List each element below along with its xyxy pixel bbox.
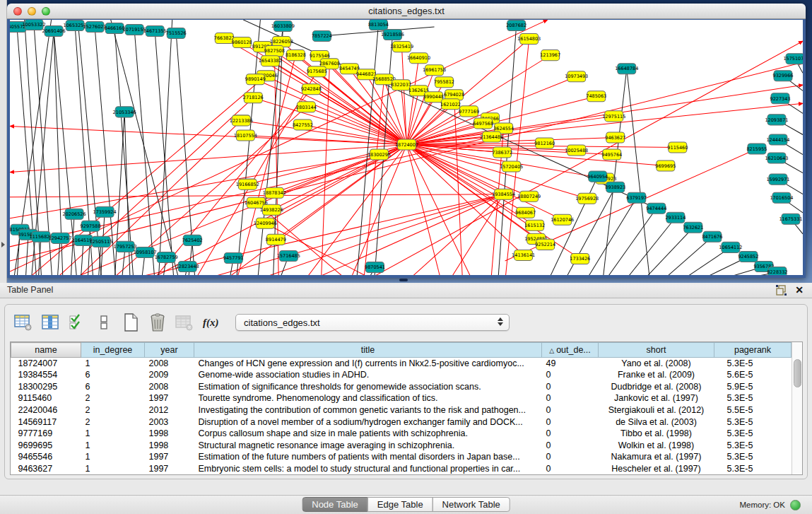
graph-node[interactable]: 21364486	[480, 132, 503, 142]
graph-node[interactable]: 19756928	[575, 193, 599, 204]
table-cell[interactable]: 0	[542, 428, 599, 440]
graph-node[interactable]: 9175685	[307, 66, 327, 77]
table-cell[interactable]: 5.3E-5	[714, 392, 792, 404]
show-columns-button[interactable]	[39, 312, 61, 333]
column-header-in-degree[interactable]: in_degree	[81, 343, 145, 358]
table-cell[interactable]: 6	[81, 369, 145, 381]
graph-node[interactable]: 8914479	[266, 234, 286, 245]
table-cell[interactable]: Stergiakouli et al. (2012)	[599, 404, 714, 416]
graph-edge[interactable]	[604, 209, 657, 275]
tab-network-table[interactable]: Network Table	[433, 497, 510, 512]
table-cell[interactable]: 0	[542, 392, 599, 404]
graph-edge[interactable]	[407, 70, 435, 144]
column-header-name[interactable]: name	[11, 343, 81, 358]
graph-edge[interactable]	[10, 194, 504, 197]
graph-node[interactable]: 9245852	[738, 251, 758, 262]
graph-node[interactable]: 18878342	[263, 187, 286, 198]
graph-node[interactable]: 9242848	[301, 84, 322, 95]
table-cell[interactable]: 2009	[145, 369, 194, 381]
graph-node[interactable]: 12942757	[49, 233, 72, 243]
new-table-button[interactable]	[119, 312, 141, 333]
graph-edge[interactable]	[307, 194, 503, 275]
table-cell[interactable]: 1997	[145, 451, 194, 463]
table-cell[interactable]: Structural magnetic resonance image aver…	[194, 439, 542, 451]
table-cell[interactable]: 2	[81, 416, 145, 428]
graph-node[interactable]: 18107554	[234, 130, 257, 141]
graph-node[interactable]: 16961758	[423, 65, 446, 76]
table-cell[interactable]: Corpus callosum shape and size in male p…	[194, 428, 542, 440]
table-row[interactable]: 1938455462009Genome-wide association stu…	[11, 369, 792, 381]
table-cell[interactable]: Hescheler et al. (1997)	[599, 462, 714, 474]
graph-node[interactable]: 15992971	[766, 174, 789, 185]
column-header-short[interactable]: short	[599, 343, 714, 358]
table-cell[interactable]: 2008	[145, 358, 194, 370]
table-cell[interactable]: 1997	[145, 392, 194, 404]
deselect-all-button[interactable]	[93, 312, 114, 333]
table-row[interactable]: 977716911998Corpus callosum shape and si…	[11, 428, 792, 440]
graph-edge[interactable]	[642, 228, 693, 275]
graph-node[interactable]: 2087682	[506, 21, 526, 31]
table-cell[interactable]: 1	[81, 462, 145, 474]
graph-edge[interactable]	[406, 194, 503, 275]
graph-node[interactable]: 20691406	[42, 26, 66, 37]
tab-edge-table[interactable]: Edge Table	[367, 497, 433, 512]
graph-node[interactable]: 8938923	[605, 182, 625, 192]
table-row[interactable]: 946554611997Estimation of the future num…	[11, 451, 792, 463]
graph-node[interactable]: 12444154	[766, 134, 789, 145]
table-cell[interactable]: 9699695	[11, 439, 81, 451]
graph-node[interactable]: 19384554	[492, 189, 515, 199]
table-cell[interactable]: 2	[81, 392, 145, 404]
graph-node[interactable]: 16648784	[615, 64, 638, 74]
table-cell[interactable]: 5.5E-5	[714, 404, 792, 416]
table-cell[interactable]: 1998	[145, 439, 194, 451]
graph-node[interactable]: 7386372	[492, 147, 512, 158]
table-cell[interactable]: Estimation of significance thresholds fo…	[194, 381, 542, 393]
table-cell[interactable]: Jankovic et al. (1997)	[599, 392, 714, 404]
table-cell[interactable]: 1	[81, 439, 145, 451]
window-titlebar[interactable]: citations_edges.txt	[7, 4, 806, 19]
table-selector-dropdown[interactable]: citations_edges.txt	[235, 314, 510, 331]
graph-node[interactable]: 1213967	[540, 50, 560, 61]
graph-edge[interactable]	[454, 95, 463, 275]
graph-node[interactable]: 7485063	[586, 91, 606, 102]
graph-edge[interactable]	[407, 144, 473, 275]
graph-node[interactable]: 7625402	[182, 235, 203, 245]
graph-edge[interactable]	[10, 126, 407, 144]
graph-node[interactable]: 9252214	[535, 239, 555, 250]
table-panel-titlebar[interactable]: Table Panel ✕	[0, 283, 812, 298]
graph-node[interactable]: 9463627	[605, 132, 625, 143]
graph-node[interactable]: 14671355	[143, 26, 167, 37]
table-cell[interactable]: Yano et al. (2008)	[599, 358, 714, 370]
select-all-button[interactable]	[66, 312, 88, 333]
graph-node[interactable]: 10025488	[565, 145, 588, 156]
table-cell[interactable]: 0	[542, 369, 599, 381]
table-cell[interactable]: 5.3E-5	[714, 439, 792, 451]
table-cell[interactable]: Tibbo et al. (1998)	[599, 428, 714, 440]
table-cell[interactable]: 5.3E-5	[714, 416, 792, 428]
graph-edge[interactable]	[134, 30, 155, 275]
graph-node[interactable]: 18300295	[367, 149, 391, 160]
graph-node[interactable]: 12505115	[90, 236, 113, 247]
graph-node[interactable]: 15751074	[783, 54, 803, 64]
graph-node[interactable]: 1615132	[524, 220, 545, 230]
table-mode-button[interactable]	[12, 312, 34, 333]
graph-node[interactable]: 18724007	[395, 139, 418, 150]
graph-node[interactable]: 7515526	[166, 28, 187, 39]
graph-node[interactable]: 19218586	[381, 30, 404, 40]
graph-node[interactable]: 12093871	[765, 115, 788, 125]
graph-node[interactable]: 2803144	[296, 102, 317, 112]
graph-node[interactable]: 19166852	[236, 179, 259, 189]
graph-node[interactable]: 9495764	[601, 149, 622, 160]
graph-node[interactable]: 7955812	[434, 77, 454, 88]
graph-node[interactable]: 1733426	[570, 253, 590, 264]
graph-edge[interactable]	[88, 226, 90, 275]
close-panel-icon[interactable]: ✕	[795, 285, 804, 296]
graph-node[interactable]: 9115460	[667, 142, 688, 153]
table-cell[interactable]: 5.3E-5	[714, 358, 792, 370]
table-cell[interactable]: 1997	[145, 462, 194, 474]
table-cell[interactable]: Genome-wide association studies in ADHD.	[194, 369, 542, 381]
graph-edge[interactable]	[311, 89, 406, 144]
delete-entries-button[interactable]	[146, 312, 168, 333]
column-header-pagerank[interactable]: pagerank	[714, 343, 792, 358]
table-cell[interactable]: Estimation of the future numbers of pati…	[194, 451, 542, 463]
